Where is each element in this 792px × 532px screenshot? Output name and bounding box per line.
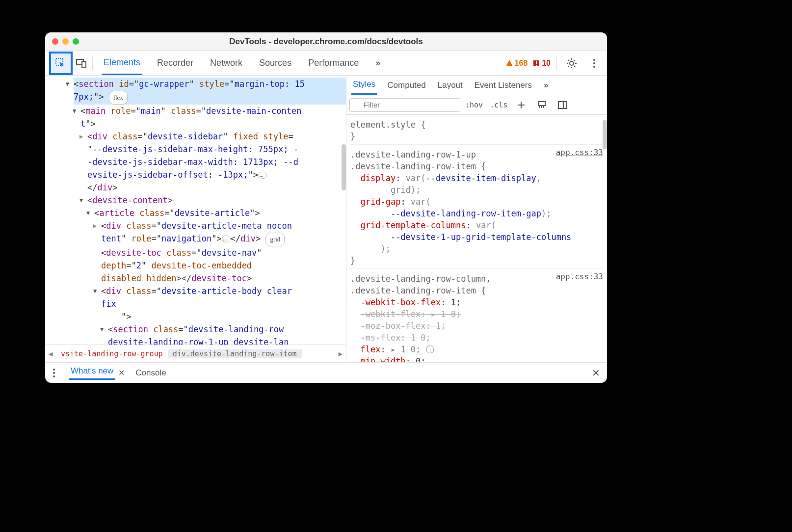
- tab-layout[interactable]: Layout: [436, 77, 464, 94]
- inspect-element-button[interactable]: [49, 52, 73, 75]
- rule-source-link[interactable]: app.css:33: [556, 147, 603, 159]
- drawer-menu-button[interactable]: [48, 364, 60, 382]
- computed-toggle-button[interactable]: [554, 96, 571, 114]
- toolbar-right: 168 10: [505, 54, 604, 72]
- window-title: DevTools - developer.chrome.com/docs/dev…: [45, 37, 607, 47]
- breadcrumb: ◀ vsite-landing-row-group div.devsite-la…: [45, 345, 346, 362]
- devtools-window: DevTools - developer.chrome.com/docs/dev…: [45, 32, 607, 383]
- gear-icon: [566, 58, 577, 69]
- drawer-tab-console[interactable]: Console: [133, 368, 168, 378]
- tab-sources[interactable]: Sources: [257, 52, 293, 74]
- svg-point-16: [593, 62, 595, 64]
- tab-event-listeners[interactable]: Event Listeners: [473, 77, 533, 94]
- dom-scrollbar[interactable]: [342, 144, 346, 190]
- svg-rect-4: [536, 61, 537, 64]
- more-menu-button[interactable]: [585, 54, 603, 72]
- tab-network[interactable]: Network: [208, 52, 244, 74]
- more-tabs-button[interactable]: »: [373, 52, 382, 74]
- drawer: What's new ✕ Console ✕: [45, 362, 607, 383]
- styles-body[interactable]: element.style { } app.css:33 .devsite-la…: [346, 115, 607, 362]
- device-icon: [76, 59, 87, 68]
- styles-scrollbar[interactable]: [603, 120, 607, 149]
- style-rule[interactable]: app.css:33 .devsite-landing-row-column, …: [350, 271, 603, 362]
- filter-input[interactable]: [349, 98, 460, 112]
- svg-rect-5: [536, 65, 537, 66]
- svg-line-14: [574, 60, 575, 61]
- svg-point-17: [593, 66, 595, 68]
- rule-source-link[interactable]: app.css:33: [556, 271, 603, 283]
- inspect-icon: [55, 58, 66, 69]
- elements-pane: ▼<section id="gc-wrapper" style="margin-…: [45, 76, 346, 362]
- svg-point-26: [53, 369, 55, 371]
- svg-point-6: [570, 61, 574, 65]
- svg-rect-24: [558, 102, 566, 108]
- tab-performance[interactable]: Performance: [306, 52, 361, 74]
- svg-point-28: [53, 375, 55, 377]
- svg-line-13: [568, 66, 569, 67]
- kebab-icon: [593, 58, 596, 68]
- close-tab-button[interactable]: ✕: [118, 368, 125, 377]
- more-styles-tabs[interactable]: »: [542, 77, 550, 94]
- tab-computed[interactable]: Computed: [386, 77, 427, 94]
- cls-toggle[interactable]: .cls: [488, 101, 509, 109]
- svg-point-15: [593, 59, 595, 61]
- breadcrumb-left-arrow[interactable]: ◀: [45, 349, 56, 358]
- dom-tree[interactable]: ▼<section id="gc-wrapper" style="margin-…: [45, 76, 346, 345]
- panel-tabs: Elements Recorder Network Sources Perfor…: [102, 51, 382, 75]
- plus-icon: [517, 101, 526, 109]
- brush-icon: [537, 101, 547, 109]
- panel-icon: [557, 101, 567, 109]
- flex-badge[interactable]: flex: [109, 91, 128, 105]
- breadcrumb-right-arrow[interactable]: ▶: [335, 349, 346, 358]
- copy-styles-button[interactable]: [533, 96, 551, 114]
- ellipsis-icon[interactable]: [222, 236, 231, 242]
- hov-toggle[interactable]: :hov: [463, 101, 485, 109]
- separator: [556, 56, 557, 70]
- device-toolbar-button[interactable]: [73, 54, 90, 72]
- filter-row: :hov .cls: [346, 95, 607, 115]
- tab-elements[interactable]: Elements: [102, 52, 142, 75]
- style-rule[interactable]: element.style { }: [350, 117, 603, 145]
- style-rule[interactable]: app.css:33 .devsite-landing-row-1-up .de…: [350, 147, 603, 269]
- main-toolbar: Elements Recorder Network Sources Perfor…: [45, 51, 607, 76]
- svg-rect-2: [82, 61, 86, 67]
- svg-line-12: [574, 66, 575, 67]
- close-drawer-button[interactable]: ✕: [592, 367, 604, 379]
- drawer-tab-whats-new[interactable]: What's new: [69, 366, 115, 380]
- breadcrumb-item[interactable]: vsite-landing-row-group: [56, 349, 168, 358]
- titlebar: DevTools - developer.chrome.com/docs/dev…: [45, 32, 607, 51]
- settings-button[interactable]: [563, 54, 581, 72]
- styles-tabs: Styles Computed Layout Event Listeners »: [346, 76, 607, 95]
- breadcrumb-item-selected[interactable]: div.devsite-landing-row-item: [168, 349, 302, 358]
- ellipsis-icon[interactable]: [258, 172, 267, 179]
- tab-styles[interactable]: Styles: [351, 76, 377, 95]
- error-icon: [532, 59, 540, 67]
- grid-badge[interactable]: grid: [265, 233, 285, 246]
- content-area: ▼<section id="gc-wrapper" style="margin-…: [45, 76, 607, 362]
- svg-point-27: [53, 372, 55, 374]
- svg-rect-20: [538, 102, 545, 106]
- kebab-icon: [53, 368, 55, 378]
- styles-pane: Styles Computed Layout Event Listeners »…: [346, 76, 607, 362]
- new-rule-button[interactable]: [512, 96, 530, 114]
- warning-icon: [505, 59, 513, 67]
- tab-recorder[interactable]: Recorder: [155, 52, 195, 74]
- separator: [92, 56, 93, 70]
- errors-count[interactable]: 10: [532, 59, 551, 68]
- svg-line-11: [568, 60, 569, 61]
- warnings-count[interactable]: 168: [505, 59, 528, 68]
